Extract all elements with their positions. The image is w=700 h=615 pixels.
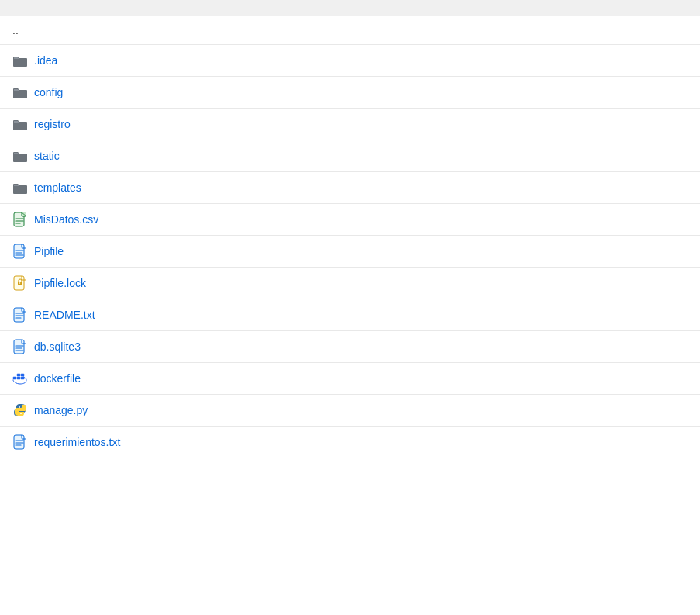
table-row: static xyxy=(0,140,700,172)
column-header-last-change xyxy=(385,0,700,16)
last-change-cell xyxy=(385,299,700,331)
table-row: config xyxy=(0,77,700,109)
last-change-cell xyxy=(385,45,700,77)
svg-rect-9 xyxy=(17,377,20,379)
table-row: requerimientos.txt xyxy=(0,427,700,458)
folder-icon xyxy=(12,180,28,195)
file-name-link[interactable]: Pipfile.lock xyxy=(34,277,86,289)
file-name-link[interactable]: MisDatos.csv xyxy=(34,213,98,226)
folder-icon xyxy=(12,85,28,100)
last-change-cell xyxy=(385,172,700,204)
file-name-link[interactable]: config xyxy=(34,86,63,98)
last-change-cell xyxy=(385,109,700,140)
table-row: MisDatos.csv xyxy=(0,204,700,236)
lock-icon xyxy=(12,275,28,291)
file-name-link[interactable]: db.sqlite3 xyxy=(34,340,81,353)
svg-rect-6 xyxy=(14,308,24,322)
svg-rect-2 xyxy=(14,244,24,258)
file-name-link[interactable]: registro xyxy=(34,118,71,130)
table-row: db.sqlite3 xyxy=(0,331,700,363)
file-blue-icon xyxy=(12,339,28,354)
file-browser-table: .. .idea config registro static xyxy=(0,0,700,458)
last-change-cell xyxy=(385,77,700,109)
table-row: .idea xyxy=(0,45,700,77)
svg-rect-7 xyxy=(14,340,24,354)
folder-icon xyxy=(12,148,28,164)
table-row: .. xyxy=(0,16,700,45)
docker-icon xyxy=(12,371,28,386)
folder-icon xyxy=(12,116,28,132)
last-change-cell xyxy=(385,16,700,45)
table-header-row xyxy=(0,0,700,16)
file-name-link[interactable]: .idea xyxy=(34,54,57,67)
folder-icon xyxy=(12,53,28,68)
last-change-cell xyxy=(385,427,700,458)
last-change-cell xyxy=(385,140,700,172)
last-change-cell xyxy=(385,204,700,236)
svg-rect-13 xyxy=(14,435,24,449)
last-change-cell xyxy=(385,268,700,299)
svg-rect-8 xyxy=(13,377,16,379)
csv-icon xyxy=(12,212,28,227)
file-blue-icon xyxy=(12,244,28,259)
table-row: templates xyxy=(0,172,700,204)
column-header-name xyxy=(0,0,385,16)
table-row: registro xyxy=(0,109,700,140)
file-name-link[interactable]: README.txt xyxy=(34,309,95,321)
file-name-link[interactable]: templates xyxy=(34,181,81,194)
table-row: README.txt xyxy=(0,299,700,331)
file-name-link[interactable]: manage.py xyxy=(34,404,88,416)
svg-rect-12 xyxy=(21,374,24,376)
python-icon xyxy=(12,403,28,418)
last-change-cell xyxy=(385,395,700,427)
last-change-cell xyxy=(385,236,700,268)
svg-rect-11 xyxy=(21,377,24,379)
readme-icon xyxy=(12,307,28,323)
svg-rect-10 xyxy=(17,374,20,376)
file-name-link[interactable]: static xyxy=(34,150,60,162)
parent-dir-label: .. xyxy=(12,24,19,36)
svg-point-5 xyxy=(19,282,21,284)
readme-icon xyxy=(12,434,28,450)
table-row: manage.py xyxy=(0,395,700,427)
file-name-link[interactable]: requerimientos.txt xyxy=(34,436,120,448)
table-row: dockerfile xyxy=(0,363,700,395)
table-row: Pipfile.lock xyxy=(0,268,700,299)
file-name-link[interactable]: Pipfile xyxy=(34,245,64,257)
last-change-cell xyxy=(385,331,700,363)
table-row: Pipfile xyxy=(0,236,700,268)
last-change-cell xyxy=(385,363,700,395)
file-name-link[interactable]: dockerfile xyxy=(34,372,81,385)
